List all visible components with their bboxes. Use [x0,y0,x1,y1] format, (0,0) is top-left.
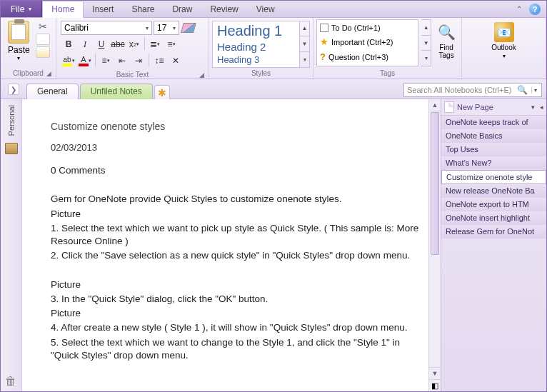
copy-button[interactable] [36,34,50,45]
page-item[interactable]: OneNote keeps track of [441,116,546,129]
new-page-dropdown[interactable]: ▾ [531,104,535,111]
page-title[interactable]: Customize onenote styles [51,121,426,132]
font-color-button[interactable]: A▾ [77,54,93,68]
find-tags-button[interactable]: 🔍 Find Tags [434,19,458,59]
styles-gallery[interactable]: Heading 1 Heading 2 Heading 3 [212,21,300,68]
ribbon-tab-strip: File Home Insert Share Draw Review View … [1,1,546,18]
clear-formatting-button[interactable] [181,21,196,35]
minimize-ribbon-icon[interactable]: ⌃ [513,4,525,15]
group-tags: To Do (Ctrl+1) ★Important (Ctrl+2) ?Ques… [313,18,462,79]
delete-button[interactable]: ✕ [168,54,184,68]
bullets-button[interactable]: ≣▾ [147,37,163,51]
paste-label: Paste [8,45,30,55]
notebook-icon[interactable] [5,143,18,154]
font-family-select[interactable]: Calibri ▾ [61,21,152,35]
group-clipboard: Paste ▾ ✂ Clipboard ◢ [1,18,56,79]
expand-nav-button[interactable]: ❯ [8,84,19,95]
paste-icon [8,21,29,44]
note-body[interactable]: 0 Comments Gem for OneNote provide Quick… [51,164,426,362]
group-label-basictext: Basic Text [116,70,149,80]
numbering-button[interactable]: ≡▾ [164,37,179,51]
page-item[interactable]: OneNote export to HTM [441,198,546,211]
page-item[interactable]: Top Uses [441,143,546,156]
tab-home[interactable]: Home [42,1,84,18]
strikethrough-button[interactable]: abc [110,37,126,51]
notebook-tab-personal[interactable]: Personal [7,105,16,136]
chevron-down-icon: ▾ [173,25,176,31]
group-label-clipboard: Clipboard [13,69,44,79]
new-page-button[interactable]: New Page [457,103,493,111]
indent-button[interactable]: ⇥ [131,54,146,68]
help-icon[interactable]: ? [529,4,541,15]
scroll-up-button[interactable]: ▲ [429,99,441,111]
search-placeholder: Search All Notebooks (Ctrl+E) [407,86,511,94]
file-tab[interactable]: File [1,1,42,17]
tag-important[interactable]: ★Important (Ctrl+2) [318,36,416,48]
tab-view[interactable]: View [248,1,284,17]
search-input[interactable]: Search All Notebooks (Ctrl+E) 🔍 ▾ [403,83,542,97]
page-item[interactable]: What's New? [441,156,546,170]
gallery-down-button[interactable]: ▼ [421,36,431,51]
page-item[interactable]: Release Gem for OneNot [441,225,546,238]
gallery-up-button[interactable]: ▲ [300,21,309,37]
page-pane-collapse[interactable]: ◂ [540,104,543,111]
style-heading2[interactable]: Heading 2 [217,41,295,53]
font-family-value: Calibri [64,23,89,33]
vertical-scrollbar[interactable]: ▲ ▼ ◧ [428,99,441,391]
italic-button[interactable]: I [77,37,93,51]
tab-insert[interactable]: Insert [84,1,123,17]
tag-todo[interactable]: To Do (Ctrl+1) [318,23,416,33]
bold-button[interactable]: B [61,37,76,51]
align-button[interactable]: ≡▾ [98,54,114,68]
eraser-icon [181,23,196,33]
cut-button[interactable]: ✂ [36,21,50,32]
highlight-color-button[interactable]: ab▾ [61,54,76,68]
style-heading3[interactable]: Heading 3 [217,54,295,65]
page-item[interactable]: OneNote Basics [441,129,546,143]
page-date: 02/03/2013 [51,142,426,153]
style-heading1[interactable]: Heading 1 [217,23,295,39]
tab-draw[interactable]: Draw [164,1,201,17]
add-section-button[interactable]: ✱ [154,85,170,99]
paste-button[interactable]: Paste ▾ [4,19,34,63]
subscript-button[interactable]: x2▾ [126,37,142,51]
checkbox-icon [320,24,328,32]
page-options-button[interactable]: ◧ [429,379,441,391]
ribbon: Paste ▾ ✂ Clipboard ◢ Calibri ▾ 17 [1,18,546,79]
page-item[interactable]: New release OneNote Ba [441,184,546,198]
tag-question[interactable]: ?Question (Ctrl+3) [318,51,416,63]
gallery-up-button[interactable]: ▲ [421,20,431,36]
chevron-down-icon: ▾ [146,25,149,31]
outlook-icon: 📧 [494,22,514,42]
section-tab-general[interactable]: General [26,84,79,99]
group-basic-text: Calibri ▾ 17 ▾ B I U abc x2▾ ≣▾ ≡▾ [56,18,209,79]
clipboard-dialog-launcher[interactable]: ◢ [46,70,53,79]
gallery-down-button[interactable]: ▼ [300,36,309,52]
format-painter-button[interactable] [36,46,50,58]
page-list-pane: New Page ▾ ◂ OneNote keeps track ofOneNo… [441,99,546,391]
note-canvas[interactable]: Customize onenote styles 02/03/2013 0 Co… [22,99,441,391]
gallery-more-button[interactable]: ▾ [421,51,431,66]
group-outlook: 📧 Outlook▾ [462,18,546,79]
paragraph-spacing-button[interactable]: ↕≡ [151,54,167,68]
page-item[interactable]: OneNote insert highlight [441,211,546,225]
recycle-bin-button[interactable]: 🗑 [3,373,19,389]
page-item[interactable]: Customize onenote style [441,170,546,184]
outlook-button[interactable]: 📧 Outlook▾ [486,19,522,60]
outdent-button[interactable]: ⇤ [114,54,130,68]
gallery-more-button[interactable]: ▾ [300,52,309,67]
search-icon: 🔍 [517,85,528,95]
tags-gallery: To Do (Ctrl+1) ★Important (Ctrl+2) ?Ques… [316,19,418,66]
section-tab-unfiled[interactable]: Unfiled Notes [80,84,153,99]
tab-review[interactable]: Review [201,1,247,17]
font-size-select[interactable]: 17 ▾ [154,21,179,35]
scroll-down-button[interactable]: ▼ [429,367,441,379]
group-styles: Heading 1 Heading 2 Heading 3 ▲ ▼ ▾ Styl… [209,18,313,79]
notebook-rail: Personal [1,99,22,391]
tab-share[interactable]: Share [123,1,164,17]
scroll-thumb[interactable] [431,112,439,255]
underline-button[interactable]: U [94,37,109,51]
chevron-down-icon: ▾ [17,55,20,61]
chevron-down-icon: ▾ [503,53,506,59]
search-scope-dropdown[interactable]: ▾ [531,87,538,94]
